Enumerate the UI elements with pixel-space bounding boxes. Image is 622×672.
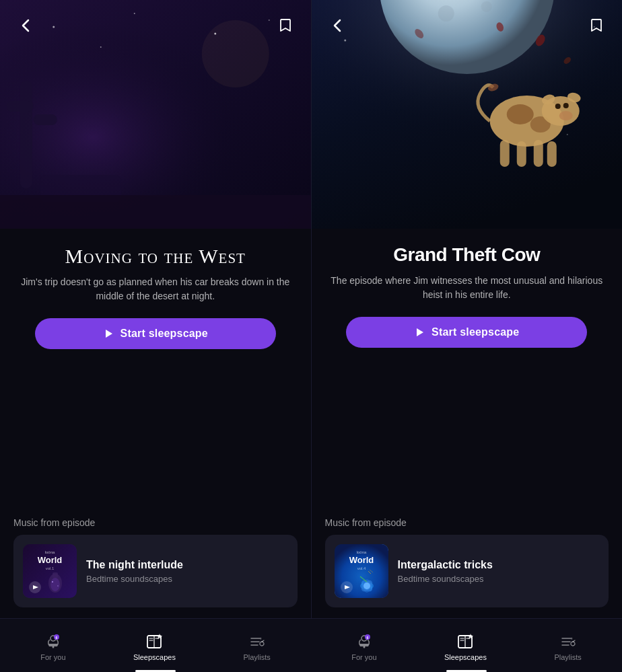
playlists-icon-right: ♪: [559, 633, 577, 650]
svg-rect-4: [34, 114, 57, 125]
nav-item-sleepscapes-left[interactable]: Sleepscapes: [133, 633, 176, 661]
svg-text:loóna: loóna: [356, 550, 366, 554]
svg-point-23: [57, 585, 59, 587]
nav-item-foryou-right[interactable]: 6 For you: [351, 633, 376, 661]
hero-area-right: [312, 0, 623, 229]
bell-icon-right: 6: [357, 634, 372, 649]
album-artwork-right: loóna World vol.4: [335, 544, 388, 598]
nav-item-foryou-left[interactable]: 6 For you: [40, 633, 65, 661]
sleepscapes-label-left: Sleepscapes: [133, 653, 176, 661]
svg-point-30: [481, 1, 491, 12]
svg-point-51: [566, 134, 567, 135]
hero-nav-left: [0, 13, 311, 38]
book-icon-right: [456, 633, 474, 650]
start-sleepscape-button-right[interactable]: Start sleepscape: [346, 317, 587, 348]
music-subtitle-left: Bedtime soundscapes: [86, 574, 288, 584]
svg-point-43: [559, 111, 572, 120]
svg-rect-47: [547, 141, 556, 167]
episode-title-left: Moving to the West: [13, 245, 298, 267]
svg-point-22: [52, 581, 53, 583]
svg-rect-45: [516, 141, 526, 167]
music-card-left[interactable]: loóna World vol.1: [13, 535, 298, 607]
svg-point-61: [364, 583, 370, 589]
svg-text:loóna: loóna: [45, 550, 55, 554]
svg-point-68: [52, 646, 54, 648]
hero-area-left: [0, 0, 311, 229]
bookmark-button-left[interactable]: [273, 13, 298, 38]
music-section-label-left: Music from episode: [13, 517, 298, 528]
album-art-right: loóna World vol.4: [335, 544, 388, 598]
bookmark-icon-left: [279, 18, 291, 33]
svg-text:♪: ♪: [260, 636, 262, 640]
playlists-icon-left: ♪: [248, 633, 266, 650]
svg-text:World: World: [349, 555, 374, 565]
music-section-label-right: Music from episode: [325, 517, 609, 528]
back-button-left[interactable]: [13, 13, 38, 38]
playlists-label-left: Playlists: [243, 653, 270, 661]
hero-nav-right: [312, 13, 623, 38]
nav-item-playlists-right[interactable]: ♪ Playlists: [554, 633, 581, 661]
music-subtitle-right: Bedtime soundscapes: [398, 574, 600, 584]
bookmark-button-right[interactable]: [584, 13, 609, 38]
svg-rect-46: [533, 140, 543, 167]
svg-point-81: [363, 646, 365, 648]
play-icon-right: [414, 327, 425, 338]
svg-text:6: 6: [366, 636, 368, 640]
svg-text:♪: ♪: [571, 636, 573, 640]
playlist-icon-right: ♪: [561, 634, 576, 649]
music-card-right[interactable]: loóna World vol.4: [325, 535, 609, 607]
sleepscapes-icon-left: [145, 633, 163, 650]
chevron-left-icon: [22, 19, 30, 32]
playlists-label-right: Playlists: [554, 653, 581, 661]
episode-description-right: The episode where Jim witnesses the most…: [325, 274, 609, 302]
svg-point-90: [571, 642, 575, 646]
svg-point-42: [563, 103, 568, 108]
nav-item-sleepscapes-right[interactable]: Sleepscapes: [444, 633, 487, 661]
music-title-right: Intergalactic tricks: [398, 559, 600, 571]
sleepscapes-icon-right: [456, 633, 474, 650]
bottom-nav-right: 6 For you Sleepscapes: [311, 618, 622, 672]
play-icon-left: [103, 328, 114, 339]
svg-marker-14: [106, 330, 112, 338]
svg-point-36: [506, 104, 533, 124]
playlist-icon-left: ♪: [250, 634, 265, 649]
album-art-left: loóna World vol.1: [23, 544, 77, 598]
svg-text:vol.1: vol.1: [46, 566, 55, 570]
svg-text:6: 6: [55, 636, 57, 640]
panel-content-right: Grand Theft Cow The episode where Jim wi…: [312, 229, 623, 517]
svg-line-91: [573, 640, 575, 642]
episode-title-right: Grand Theft Cow: [325, 245, 609, 266]
nav-item-playlists-left[interactable]: ♪ Playlists: [243, 633, 270, 661]
svg-point-49: [344, 40, 346, 42]
bottom-navigation: 6 For you Sleepscapes: [0, 618, 622, 672]
svg-rect-3: [7, 101, 34, 112]
svg-rect-44: [499, 140, 509, 167]
svg-point-11: [100, 46, 102, 48]
svg-point-21: [50, 578, 60, 591]
book-icon-left: [145, 633, 163, 650]
svg-text:World: World: [38, 555, 63, 565]
music-section-right: Music from episode: [312, 517, 623, 618]
panel-left: Moving to the West Jim's trip doesn't go…: [0, 0, 312, 618]
music-info-left: The night interlude Bedtime soundscapes: [86, 559, 288, 584]
svg-point-77: [260, 642, 264, 646]
svg-rect-20: [53, 572, 58, 578]
panel-right: Grand Theft Cow The episode where Jim wi…: [312, 0, 623, 618]
music-title-left: The night interlude: [86, 559, 288, 571]
foryou-icon-left: 6: [44, 633, 62, 650]
svg-point-41: [555, 104, 560, 109]
back-button-right[interactable]: [325, 13, 349, 38]
foryou-icon-right: 6: [355, 633, 373, 650]
svg-line-78: [262, 640, 264, 642]
foryou-label-left: For you: [40, 653, 65, 661]
music-section-left: Music from episode loóna: [0, 517, 311, 618]
svg-rect-2: [20, 81, 32, 188]
album-artwork-left: loóna World vol.1: [23, 544, 77, 598]
start-sleepscape-button-left[interactable]: Start sleepscape: [35, 318, 276, 349]
bookmark-icon-right: [590, 18, 602, 33]
svg-marker-52: [417, 328, 423, 336]
episode-description-left: Jim's trip doesn't go as planned when hi…: [13, 275, 298, 303]
panel-content-left: Moving to the West Jim's trip doesn't go…: [0, 229, 311, 517]
svg-text:vol.4: vol.4: [357, 566, 366, 570]
foryou-label-right: For you: [351, 653, 376, 661]
